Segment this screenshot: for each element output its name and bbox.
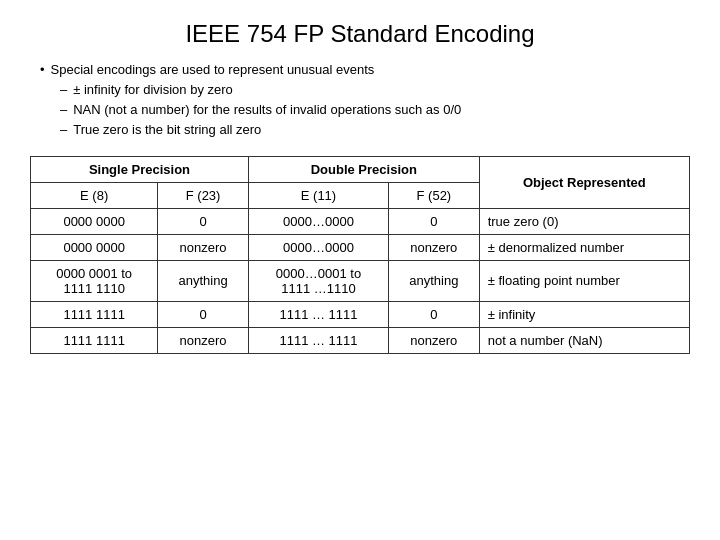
f23-header: F (23) <box>158 182 249 208</box>
bullet-item-3: True zero is the bit string all zero <box>73 121 261 139</box>
double-precision-header: Double Precision <box>248 156 479 182</box>
page-title: IEEE 754 FP Standard Encoding <box>30 20 690 48</box>
list-item: – True zero is the bit string all zero <box>60 121 690 139</box>
row1-e-single: 0000 0000 <box>31 208 158 234</box>
row5-obj: not a number (NaN) <box>479 327 689 353</box>
row4-f-single: 0 <box>158 301 249 327</box>
row4-e-single: 1111 1111 <box>31 301 158 327</box>
sub-items: – ± infinity for division by zero – NAN … <box>40 81 690 140</box>
single-precision-header: Single Precision <box>31 156 249 182</box>
row2-f-double: nonzero <box>389 234 480 260</box>
table-row: 0000 0000 0 0000…0000 0 true zero (0) <box>31 208 690 234</box>
main-bullet-text: Special encodings are used to represent … <box>51 62 375 77</box>
f52-header: F (52) <box>389 182 480 208</box>
bullet-section: • Special encodings are used to represen… <box>30 62 690 140</box>
row1-obj: true zero (0) <box>479 208 689 234</box>
row2-e-single: 0000 0000 <box>31 234 158 260</box>
row3-e-double: 0000…0001 to 1111 …1110 <box>248 260 388 301</box>
row1-f-single: 0 <box>158 208 249 234</box>
row4-e-double: 1111 … 1111 <box>248 301 388 327</box>
row5-e-single: 1111 1111 <box>31 327 158 353</box>
e11-header: E (11) <box>248 182 388 208</box>
list-item: – ± infinity for division by zero <box>60 81 690 99</box>
row5-f-single: nonzero <box>158 327 249 353</box>
row3-f-single: anything <box>158 260 249 301</box>
row3-f-double: anything <box>389 260 480 301</box>
row1-e-double: 0000…0000 <box>248 208 388 234</box>
table-row: 0000 0001 to 1111 1110 anything 0000…000… <box>31 260 690 301</box>
encoding-table: Single Precision Double Precision Object… <box>30 156 690 354</box>
list-item: – NAN (not a number) for the results of … <box>60 101 690 119</box>
row3-e-single: 0000 0001 to 1111 1110 <box>31 260 158 301</box>
row2-f-single: nonzero <box>158 234 249 260</box>
table-row: 1111 1111 0 1111 … 1111 0 ± infinity <box>31 301 690 327</box>
bullet-item-2: NAN (not a number) for the results of in… <box>73 101 461 119</box>
row4-f-double: 0 <box>389 301 480 327</box>
row5-f-double: nonzero <box>389 327 480 353</box>
row5-e-double: 1111 … 1111 <box>248 327 388 353</box>
row2-e-double: 0000…0000 <box>248 234 388 260</box>
row1-f-double: 0 <box>389 208 480 234</box>
bullet-item-1: ± infinity for division by zero <box>73 81 233 99</box>
e8-header: E (8) <box>31 182 158 208</box>
column-group-row: Single Precision Double Precision Object… <box>31 156 690 182</box>
object-represented-header: Object Represented <box>479 156 689 208</box>
row4-obj: ± infinity <box>479 301 689 327</box>
row3-obj: ± floating point number <box>479 260 689 301</box>
row2-obj: ± denormalized number <box>479 234 689 260</box>
table-row: 1111 1111 nonzero 1111 … 1111 nonzero no… <box>31 327 690 353</box>
bullet-dot: • <box>40 62 45 77</box>
table-row: 0000 0000 nonzero 0000…0000 nonzero ± de… <box>31 234 690 260</box>
